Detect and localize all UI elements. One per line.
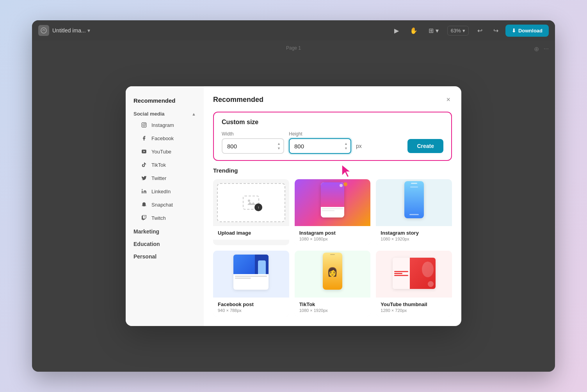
tiktok-preview: 👩 — [295, 251, 371, 298]
sidebar-item-youtube[interactable]: YouTube — [129, 145, 201, 158]
fb-card-top — [233, 255, 269, 274]
svg-point-0 — [41, 28, 46, 33]
sidebar-marketing[interactable]: Marketing — [126, 225, 204, 237]
trending-section: Trending — [204, 167, 461, 326]
insta-story-info: Instagram story 1080 × 1920px — [376, 226, 452, 245]
yt-line-2 — [394, 273, 403, 274]
fb-post-info: Facebook post 940 × 788px — [213, 298, 289, 317]
snapchat-icon — [141, 201, 148, 208]
tiktok-label: TikTok — [151, 162, 166, 168]
tiktok-screen: 👩 — [323, 253, 342, 290]
modal-overlay: Recommended Social media ▲ — [32, 41, 555, 372]
height-spinners: ▲ ▼ — [343, 142, 349, 151]
upload-info: Upload image — [213, 226, 289, 240]
sidebar-item-tiktok[interactable]: TikTok — [129, 158, 201, 171]
insta-post-size: 1080 × 1080px — [299, 237, 366, 241]
close-button[interactable]: × — [445, 94, 452, 105]
modal-header: Recommended × — [204, 86, 461, 105]
width-increment[interactable]: ▲ — [276, 142, 282, 146]
zoom-control[interactable]: 63% ▾ — [447, 26, 469, 36]
story-phone — [404, 181, 424, 218]
yt-thumb — [393, 258, 436, 289]
chevron-up-icon: ▲ — [192, 112, 196, 116]
upload-preview: ↑ — [217, 183, 285, 222]
sidebar-item-linkedin[interactable]: LinkedIn — [129, 185, 201, 198]
fb-post-size: 940 × 788px — [218, 308, 285, 313]
width-label: Width — [222, 131, 284, 137]
download-button[interactable]: ⬇ Download — [505, 25, 549, 37]
height-label: Height — [289, 131, 351, 137]
layout-icon[interactable]: ⊞ ▾ — [426, 25, 441, 36]
yt-thumb-size: 1280 × 720px — [381, 308, 447, 313]
yt-line-3 — [394, 275, 408, 276]
snapchat-label: Snapchat — [151, 202, 173, 208]
sidebar-personal[interactable]: Personal — [126, 249, 204, 262]
instagram-icon — [141, 121, 148, 128]
facebook-label: Facebook — [151, 135, 174, 141]
social-media-category[interactable]: Social media ▲ — [126, 107, 204, 118]
fb-post-preview — [213, 251, 289, 298]
custom-size-title: Custom size — [222, 119, 443, 126]
tiktok-icon — [141, 161, 148, 168]
sidebar-item-snapchat[interactable]: Snapchat — [129, 198, 201, 211]
upload-icon-box: ↑ — [243, 196, 259, 210]
twitter-label: Twitter — [151, 175, 166, 181]
create-button[interactable]: Create — [407, 139, 443, 153]
width-input-wrapper: ▲ ▼ — [222, 138, 284, 154]
custom-size-section: Custom size Width ▲ ▼ — [213, 112, 452, 161]
twitter-icon — [141, 175, 148, 182]
tiktok-phone: 👩 — [323, 253, 342, 290]
redo-icon[interactable]: ↪ — [491, 25, 501, 36]
fb-line-2 — [235, 278, 251, 279]
templates-grid: ↑ Upload image — [213, 179, 452, 317]
sidebar-item-facebook[interactable]: Facebook — [129, 132, 201, 145]
top-bar-right: ⬇ Download — [505, 25, 549, 37]
sidebar-item-twitter[interactable]: Twitter — [129, 171, 201, 185]
width-spinners: ▲ ▼ — [276, 142, 282, 151]
trending-title: Trending — [213, 167, 452, 174]
height-increment[interactable]: ▲ — [343, 142, 349, 146]
insta-story-preview — [376, 179, 452, 226]
svg-point-3 — [145, 123, 146, 124]
size-inputs-row: Width ▲ ▼ Height — [222, 131, 443, 154]
height-decrement[interactable]: ▼ — [343, 146, 349, 151]
twitch-label: Twitch — [151, 215, 166, 221]
twitch-icon — [141, 214, 148, 221]
facebook-icon — [141, 135, 148, 142]
width-decrement[interactable]: ▼ — [276, 146, 282, 151]
canvas-area: Page 1 ⊕ ··· Recommended Social media ▲ — [32, 41, 555, 372]
play-icon[interactable]: ▶ — [392, 25, 401, 36]
fb-card — [233, 255, 269, 290]
modal-title: Recommended — [213, 96, 263, 104]
document-title[interactable]: Untitled ima... ▾ — [52, 27, 90, 34]
height-input[interactable] — [289, 138, 351, 154]
svg-rect-1 — [142, 123, 146, 127]
hand-icon[interactable]: ✋ — [407, 25, 420, 36]
template-upload-image[interactable]: ↑ Upload image — [213, 179, 289, 245]
template-instagram-post[interactable]: Instagram post 1080 × 1080px — [295, 179, 371, 245]
template-instagram-story[interactable]: Instagram story 1080 × 1920px — [376, 179, 452, 245]
youtube-label: YouTube — [151, 149, 171, 155]
sidebar-recommended-label[interactable]: Recommended — [126, 94, 204, 107]
app-window: Untitled ima... ▾ ▶ ✋ ⊞ ▾ 63% ▾ ↩ ↪ ⬇ Do… — [32, 20, 555, 372]
svg-point-8 — [248, 200, 250, 202]
yt-preview — [376, 251, 452, 298]
sidebar-item-twitch[interactable]: Twitch — [129, 211, 201, 225]
modal-main: Recommended × Custom size Width — [204, 86, 461, 326]
sidebar-education[interactable]: Education — [126, 237, 204, 249]
template-facebook-post[interactable]: Facebook post 940 × 788px — [213, 251, 289, 317]
phone-screen — [321, 182, 344, 207]
upload-name: Upload image — [218, 230, 285, 236]
sidebar-item-instagram[interactable]: Instagram — [129, 118, 201, 132]
insta-story-name: Instagram story — [381, 230, 447, 236]
insta-story-size: 1080 × 1920px — [381, 237, 447, 241]
top-bar-left: Untitled ima... ▾ — [38, 25, 387, 36]
insta-post-name: Instagram post — [299, 230, 366, 236]
top-bar: Untitled ima... ▾ ▶ ✋ ⊞ ▾ 63% ▾ ↩ ↪ ⬇ Do… — [32, 20, 555, 41]
undo-icon[interactable]: ↩ — [475, 25, 485, 36]
width-input[interactable] — [222, 138, 284, 154]
linkedin-icon — [141, 188, 148, 195]
template-tiktok[interactable]: 👩 TikTok 1080 × 1920px — [295, 251, 371, 317]
insta-post-preview — [295, 179, 371, 226]
template-youtube-thumbnail[interactable]: YouTube thumbnail 1280 × 720px — [376, 251, 452, 317]
